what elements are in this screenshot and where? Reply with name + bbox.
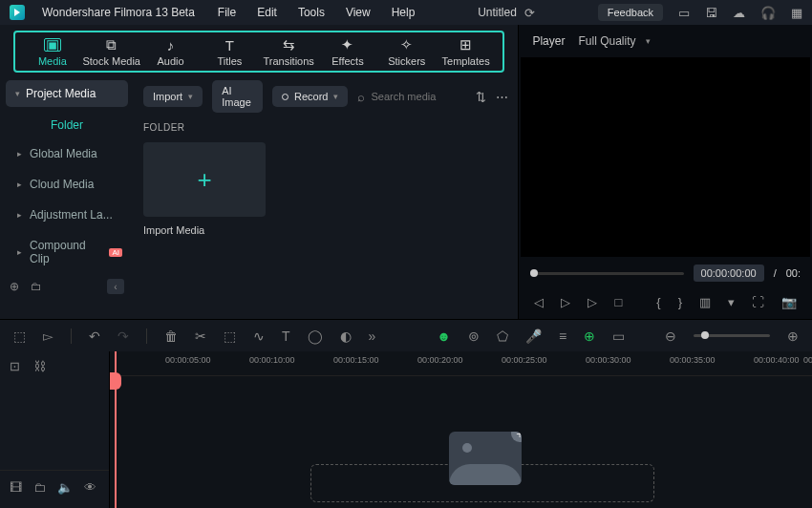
visibility-icon[interactable]: 👁 [84,480,96,495]
next-frame-icon[interactable]: ▷ [588,295,597,309]
sidebar-item-label: Compound Clip [30,239,99,265]
collapse-sidebar-button[interactable]: ‹ [107,279,124,294]
color-icon[interactable]: ◐ [340,328,352,344]
stop-icon[interactable]: □ [614,295,622,309]
undo-icon[interactable]: ↶ [89,328,100,344]
delete-icon[interactable]: 🗑 [164,328,178,344]
app-logo-icon [10,5,25,20]
tab-titles[interactable]: T Titles [200,38,259,67]
tab-stickers[interactable]: ✧ Stickers [377,38,437,67]
text-tool-icon[interactable]: T [282,328,290,344]
render-icon[interactable]: ⊚ [468,328,480,344]
time-ruler[interactable]: 00:00:05:00 00:00:10:00 00:00:15:00 00:0… [110,351,812,376]
crop-icon[interactable]: ⬚ [224,328,236,344]
tab-stock-label: Stock Media [82,55,140,67]
auto-reframe-icon[interactable]: ⊕ [584,328,595,344]
ai-image-label: AI Image [222,85,253,108]
cloud-icon[interactable]: ☁ [733,6,745,20]
mark-in-icon[interactable]: { [656,295,660,309]
mark-out-icon[interactable]: } [678,295,682,309]
record-dot-icon [282,94,288,100]
playback-settings-icon[interactable]: ▾ [728,295,735,309]
menu-help[interactable]: Help [392,6,416,19]
project-title[interactable]: Untitled [478,6,517,19]
snapshot-icon[interactable]: 📷 [781,295,797,309]
ruler-tick: 00:00:10:00 [249,355,295,365]
menu-view[interactable]: View [346,6,371,19]
add-track-icon[interactable]: 🗀 [33,480,46,495]
import-label: Import [153,91,182,102]
play-icon[interactable]: ▷ [561,295,570,309]
tab-effects[interactable]: ✦ Effects [318,38,377,67]
tab-templates[interactable]: ⊞ Templates [437,38,496,67]
selection-tool-icon[interactable]: ⬚ [13,328,26,344]
mute-track-icon[interactable]: 🔈 [57,480,73,495]
search-input[interactable] [371,91,466,102]
marker-icon[interactable]: ⬠ [497,328,508,344]
media-content: Import ▾ AI Image Record ▾ ⌕ [134,73,518,292]
add-clip-icon[interactable]: + [511,432,522,442]
link-toggle-icon[interactable]: ⛓ [33,359,46,373]
menu-file[interactable]: File [218,6,236,19]
tab-transitions[interactable]: ⇆ Transitions [259,38,318,67]
playback-slider[interactable] [530,272,683,275]
apps-grid-icon[interactable]: ▦ [791,6,802,20]
layout-icon[interactable]: ▥ [699,295,711,309]
tab-media[interactable]: ▣ Media [23,38,82,67]
sidebar-item-adjustment-layer[interactable]: ▸ Adjustment La... [6,201,128,229]
keyframe-icon[interactable]: ◯ [308,328,323,344]
timeline-settings-icon[interactable]: ⊡ [10,359,20,373]
ruler-tick: 00:00:25:00 [502,355,547,365]
video-preview[interactable] [521,57,810,257]
zoom-in-icon[interactable]: ⊕ [787,328,799,344]
redo-icon[interactable]: ↷ [118,328,129,344]
track-area[interactable]: + [110,376,812,508]
menu-edit[interactable]: Edit [257,6,277,19]
record-dropdown[interactable]: Record ▾ [272,86,348,107]
track-type-icon[interactable]: 🎞 [10,480,22,495]
tab-audio[interactable]: ♪ Audio [141,38,201,67]
mixer-icon[interactable]: ≡ [559,328,566,344]
more-tools-icon[interactable]: » [369,328,376,344]
ruler-tick: 00:00:30:00 [586,355,631,365]
sidebar-item-cloud-media[interactable]: ▸ Cloud Media [6,170,128,199]
import-media-tile[interactable]: + [143,142,266,217]
ai-image-button[interactable]: AI Image [212,80,263,113]
add-bin-icon[interactable]: ⊕ [10,280,19,293]
sync-status-icon[interactable]: ⟳ [524,6,535,20]
dragged-clip-thumbnail[interactable]: + [449,432,522,485]
pointer-tool-icon[interactable]: ▻ [43,328,53,344]
ruler-tick: 00:00:40:00 [754,355,800,365]
quality-value: Full Quality [578,34,635,48]
speed-icon[interactable]: ∿ [253,328,265,344]
ai-assistant-icon[interactable]: ☻ [437,328,451,344]
current-time: 00:00:00:00 [694,265,764,282]
more-options-icon[interactable]: ⋯ [496,90,508,104]
import-dropdown[interactable]: Import ▾ [143,86,203,107]
menu-tools[interactable]: Tools [298,6,325,19]
search-icon[interactable]: ⌕ [357,90,365,104]
sidebar-item-global-media[interactable]: ▸ Global Media [6,139,128,168]
titles-icon: T [221,38,238,52]
tab-stock-media[interactable]: ⧉ Stock Media [82,38,141,67]
zoom-slider[interactable] [694,334,770,337]
fullscreen-icon[interactable]: ⛶ [752,295,764,309]
sidebar-item-compound-clip[interactable]: ▸ Compound Clip AI [6,231,128,273]
tab-templates-label: Templates [442,55,490,67]
aspect-ratio-icon[interactable]: ▭ [612,328,625,344]
tab-effects-label: Effects [331,55,363,67]
quality-dropdown[interactable]: Full Quality ▾ [578,34,650,48]
folder-filter[interactable]: Folder [6,109,128,138]
save-icon[interactable]: 🖫 [705,6,717,20]
split-icon[interactable]: ✂ [195,328,206,344]
folder-icon[interactable]: 🗀 [31,280,42,293]
project-media-button[interactable]: ▾ Project Media [6,80,128,107]
filter-icon[interactable]: ⇅ [476,90,486,104]
prev-frame-icon[interactable]: ◁ [534,295,544,309]
time-separator: / [774,267,777,279]
voiceover-icon[interactable]: 🎤 [525,328,542,344]
feedback-button[interactable]: Feedback [598,4,663,21]
zoom-out-icon[interactable]: ⊖ [665,328,676,344]
display-icon[interactable]: ▭ [678,6,690,20]
support-icon[interactable]: 🎧 [760,6,776,20]
